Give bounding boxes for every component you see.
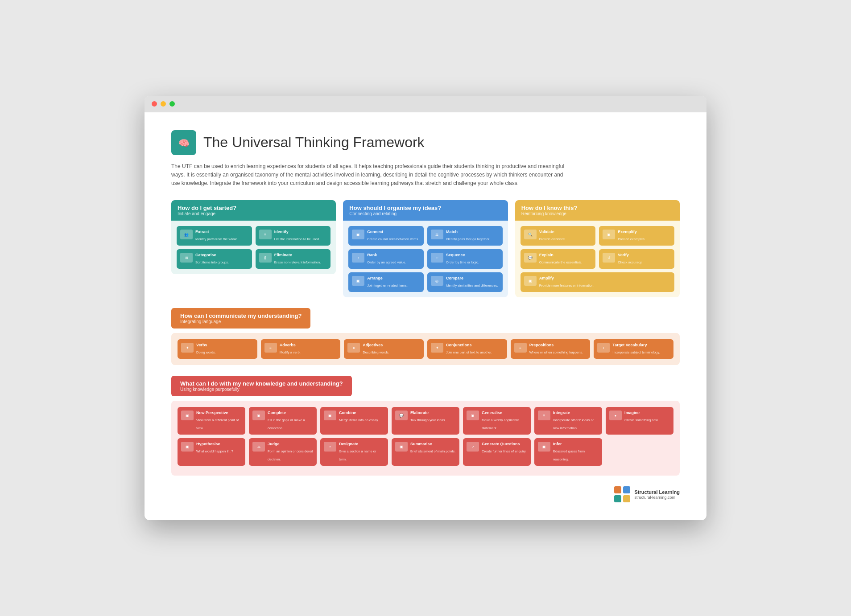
prepositions-desc: Where or when something happens. [529,350,583,354]
categorise-item: ⊞ Categorise Sort items into groups. [177,249,252,269]
know-body: 🔍 Validate Provide evidence. ▣ Exemplify… [515,221,680,297]
language-body: ✦ Verbs Doing words. ≡ Adverbs Modify a … [171,333,680,365]
integrate-title: Integrate [553,411,599,415]
integrate-item: ≡ Integrate Incorporate others' ideas or… [534,407,602,435]
identify-text: Identify List the information to be used… [274,230,320,242]
logo-section: Structural Learning structural-learning.… [171,486,680,502]
connect-item: ▣ Connect Create causal links between it… [348,226,424,246]
extract-text: Extract Identify parts from the whole. [195,230,238,242]
elaborate-title: Elaborate [410,411,446,415]
initiate-section: How do I get started? Initiate and engag… [171,200,336,297]
verify-desc: Check accuracy. [618,260,642,264]
svg-text:🧠: 🧠 [178,138,190,148]
connect-icon: ▣ [352,230,364,239]
prepositions-icon: ≡ [514,343,527,353]
prepositions-text: Prepositions Where or when something hap… [529,343,583,355]
browser-toolbar [145,96,706,112]
conjunctions-icon: ✦ [431,343,443,353]
generate-questions-text: Generate Questions Create further lines … [482,442,526,454]
organise-section: How should I organise my ideas? Connecti… [343,200,508,297]
new-perspective-item: ▣ New Perspective View from a different … [178,407,245,435]
generalise-text: Generalise Make a widely applicable stat… [482,411,527,431]
exemplify-desc: Provide examples. [618,237,645,241]
elaborate-text: Elaborate Talk through your ideas. [410,411,446,423]
combine-icon: ▣ [324,411,336,420]
new-perspective-icon: ▣ [181,411,194,420]
amplify-title: Amplify [539,276,595,280]
amplify-desc: Provide more features or information. [539,283,595,287]
logo-name: Structural Learning [635,489,680,495]
validate-desc: Provide evidence. [539,237,566,241]
sequence-item: ↔ Sequence Order by time or logic. [427,249,503,269]
rank-desc: Order by an agreed value. [367,260,406,264]
imagine-text: Imagine Create something new. [624,411,659,423]
complete-icon: ▣ [252,411,265,420]
validate-item: 🔍 Validate Provide evidence. [521,226,596,246]
page-content: 🧠 The Universal Thinking Framework The U… [145,112,706,521]
hypothesise-title: Hypothesise [196,442,233,446]
conjunctions-desc: Join one part of text to another. [446,350,492,354]
adjectives-desc: Describing words. [363,350,389,354]
language-header: How can I communicate my understanding? … [171,308,310,329]
rank-item: ↑ Rank Order by an agreed value. [348,249,424,269]
judge-text: Judge Form an opinion or considered deci… [268,442,313,462]
explain-icon: 💬 [524,253,537,263]
rank-title: Rank [367,253,406,257]
maximize-dot[interactable] [169,101,175,107]
elaborate-desc: Talk through your ideas. [410,418,446,422]
designate-icon: ? [324,442,336,452]
initiate-question: How do I get started? [178,205,330,211]
compare-icon: ◎ [431,276,443,286]
designate-title: Designate [339,442,384,446]
browser-window: 🧠 The Universal Thinking Framework The U… [145,96,706,521]
knowledge-use-section: What can I do with my new knowledge and … [171,376,680,476]
compare-text: Compare Identify similarities and differ… [446,276,498,288]
elaborate-icon: 💬 [395,411,408,420]
organise-body: ▣ Connect Create causal links between it… [343,221,508,297]
designate-desc: Give a section a name or term. [339,449,376,461]
know-section: How do I know this? Reinforcing knowledg… [515,200,680,297]
organise-header: How should I organise my ideas? Connecti… [343,200,508,221]
organise-items: ▣ Connect Create causal links between it… [348,226,502,292]
close-dot[interactable] [152,101,157,107]
match-desc: Identify pairs that go together. [446,237,490,241]
language-question: How can I communicate my understanding? [180,312,302,319]
target-vocab-icon: T [597,343,610,353]
know-header: How do I know this? Reinforcing knowledg… [515,200,680,221]
adjectives-item: ● Adjectives Describing words. [344,339,424,359]
verify-text: Verify Check accuracy. [618,253,642,265]
summarise-title: Summarise [410,442,455,446]
connect-text: Connect Create causal links between item… [367,230,419,242]
match-text: Match Identify pairs that go together. [446,230,490,242]
explain-text: Explain Communicate the essentials. [539,253,582,265]
language-sub: Integrating language [180,319,302,324]
judge-icon: ⚖ [252,442,265,452]
combine-text: Combine Merge items into an essay. [339,411,379,423]
hypothesise-icon: ▣ [181,442,194,452]
complete-item: ▣ Complete Fill in the gaps or make a co… [249,407,317,435]
organise-question: How should I organise my ideas? [349,205,501,211]
adverbs-desc: Modify a verb. [280,350,301,354]
prepositions-title: Prepositions [529,343,583,347]
summarise-item: ▣ Summarise Brief statement of main poin… [392,438,459,466]
infer-title: Infer [553,442,599,446]
hypothesise-desc: What would happen if...? [196,449,233,453]
knowledge-use-sub: Using knowledge purposefully [180,387,343,392]
validate-icon: 🔍 [524,230,537,239]
judge-title: Judge [268,442,313,446]
amplify-text: Amplify Provide more features or informa… [539,276,595,288]
elaborate-item: 💬 Elaborate Talk through your ideas. [392,407,459,435]
conjunctions-item: ✦ Conjunctions Join one part of text to … [427,339,507,359]
generalise-title: Generalise [482,411,527,415]
minimize-dot[interactable] [161,101,166,107]
extract-icon: 👥 [180,230,193,239]
adjectives-title: Adjectives [363,343,389,347]
main-title: The Universal Thinking Framework [203,134,425,151]
know-items: 🔍 Validate Provide evidence. ▣ Exemplify… [521,226,674,292]
new-perspective-title: New Perspective [196,411,242,415]
exemplify-text: Exemplify Provide examples. [618,230,645,242]
explain-desc: Communicate the essentials. [539,260,582,264]
categorise-icon: ⊞ [180,253,193,263]
svg-rect-3 [623,486,630,493]
summarise-icon: ▣ [395,442,408,452]
